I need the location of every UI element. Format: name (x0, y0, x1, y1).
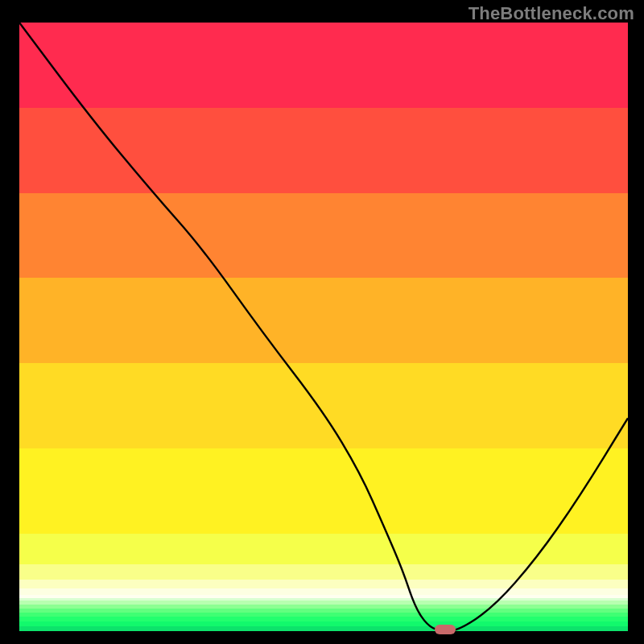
chart-frame: TheBottleneck.com (0, 0, 644, 644)
plot-area (19, 23, 628, 631)
optimal-marker (435, 625, 456, 634)
watermark-text: TheBottleneck.com (469, 3, 634, 24)
bottleneck-curve (19, 23, 628, 631)
curve-path (19, 23, 628, 631)
